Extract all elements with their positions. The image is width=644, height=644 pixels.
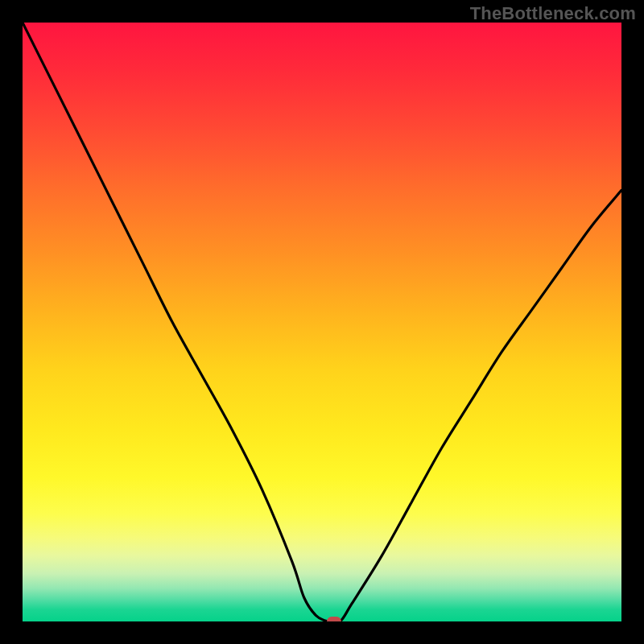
watermark-text: TheBottleneck.com [470, 3, 636, 24]
chart-frame: TheBottleneck.com [0, 0, 644, 644]
plot-area [23, 23, 621, 621]
bottleneck-marker-icon [327, 617, 341, 621]
bottleneck-curve [23, 23, 621, 621]
